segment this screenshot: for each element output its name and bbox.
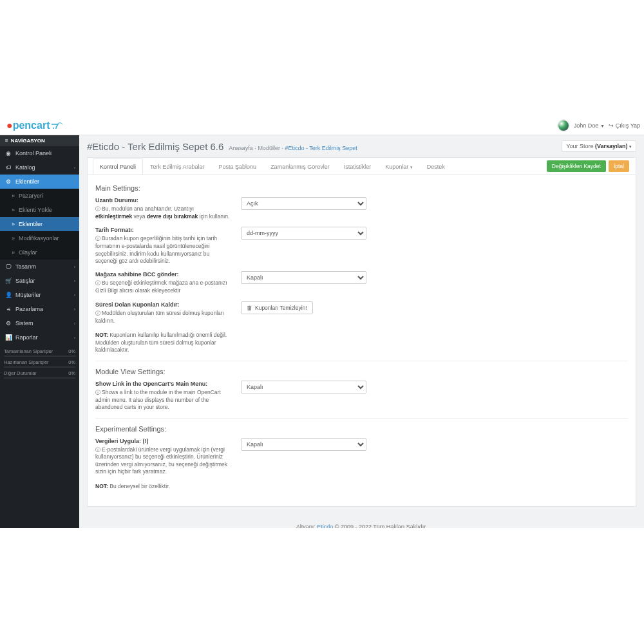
puzzle-icon: ⚙: [5, 178, 12, 185]
save-button[interactable]: Değişiklikleri Kaydet: [547, 160, 606, 172]
sidebar-sub-marketplace[interactable]: » Pazaryeri: [0, 189, 79, 203]
logo: ●pencart: [6, 120, 62, 131]
tab-support[interactable]: Destek: [420, 158, 452, 175]
avatar[interactable]: [557, 119, 570, 132]
store-selector[interactable]: Your Store (Varsayılan) ▾: [562, 140, 636, 152]
gear-icon: ⚙: [5, 320, 12, 327]
tab-abandoned-carts[interactable]: Terk Edilmiş Arabalar: [143, 158, 212, 175]
logout-button[interactable]: ↪ Çıkış Yap: [609, 122, 640, 129]
desktop-icon: 🖵: [5, 263, 12, 270]
sidebar-sub-extensions[interactable]: » Eklentiler: [0, 217, 79, 231]
share-icon: ⪪: [5, 306, 12, 312]
breadcrumb: Anasayfa · Modüller · #Eticdo - Terk Edi…: [229, 145, 357, 151]
sidebar-item-extensions[interactable]: ⚙Eklentiler›: [0, 175, 79, 189]
bcc-owner-select[interactable]: Kapalı: [241, 271, 366, 284]
cart-icon: 🛒: [5, 278, 12, 284]
footer: Altyapı: Eticdo © 2009 - 2022 Tüm Haklar…: [79, 520, 644, 528]
tag-icon: 🏷: [5, 164, 12, 171]
sidebar-item-customers[interactable]: 👤Müşteriler›: [0, 288, 79, 302]
user-menu[interactable]: John Doe ▼: [574, 122, 605, 129]
top-header: ●pencart John Doe ▼ ↪ Çıkış Yap: [0, 116, 644, 135]
sidebar-sub-installer[interactable]: » Eklenti Yükle: [0, 203, 79, 217]
nav-header: ≡ NAVİGASYON: [0, 135, 79, 146]
breadcrumb-current[interactable]: #Eticdo - Terk Edilmiş Sepet: [285, 145, 357, 151]
date-format-select[interactable]: dd-mm-yyyy: [241, 227, 366, 240]
footer-link[interactable]: Eticdo: [317, 524, 333, 528]
section-main-settings: Main Settings:: [95, 184, 628, 192]
trash-icon: 🗑: [247, 305, 252, 311]
sidebar-item-system[interactable]: ⚙Sistem›: [0, 316, 79, 330]
user-icon: 👤: [5, 292, 12, 298]
svg-point-0: [53, 128, 54, 129]
chart-icon: 📊: [5, 334, 12, 341]
sidebar-item-marketing[interactable]: ⪪Pazarlama›: [0, 302, 79, 316]
tab-mail-template[interactable]: Posta Şablonu: [212, 158, 264, 175]
svg-point-1: [55, 128, 57, 129]
sidebar-item-design[interactable]: 🖵Tasarım›: [0, 260, 79, 274]
show-menu-link-select[interactable]: Kapalı: [241, 381, 366, 393]
sidebar-item-catalog[interactable]: 🏷Katalog›: [0, 160, 79, 175]
sidebar-item-sales[interactable]: 🛒Satışlar›: [0, 274, 79, 288]
tab-statistics[interactable]: İstatistikler: [337, 158, 379, 175]
section-experimental: Experimental Settings:: [95, 425, 628, 433]
section-module-view: Module View Settings:: [95, 368, 628, 375]
tab-scheduled-tasks[interactable]: Zamanlanmış Görevler: [263, 158, 337, 175]
clear-coupons-button[interactable]: 🗑Kuponları Temizleyin!: [241, 301, 313, 314]
sidebar-sub-modifications[interactable]: » Modifikasyonlar: [0, 231, 79, 245]
tab-control-panel[interactable]: Kontrol Paneli: [93, 158, 143, 175]
sidebar-item-reports[interactable]: 📊Raporlar›: [0, 330, 79, 345]
apply-taxes-select[interactable]: Kapalı: [241, 438, 366, 451]
sidebar-item-dashboard[interactable]: ◉Kontrol Paneli: [0, 146, 79, 160]
tab-coupons[interactable]: Kuponlar ▾: [378, 158, 420, 175]
page-title: #Eticdo - Terk Edilmiş Sepet 6.6 Anasayf…: [87, 141, 357, 152]
extension-status-select[interactable]: Açık: [241, 197, 366, 210]
dashboard-icon: ◉: [5, 150, 12, 156]
sidebar-sub-events[interactable]: » Olaylar: [0, 245, 79, 260]
sidebar: ≡ NAVİGASYON ◉Kontrol Paneli 🏷Katalog› ⚙…: [0, 135, 79, 528]
cancel-button[interactable]: İptal: [609, 160, 629, 172]
